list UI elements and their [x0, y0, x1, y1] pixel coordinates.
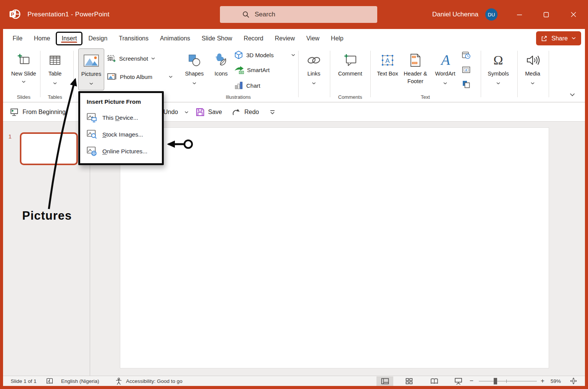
3d-models-button[interactable]: 3D Models [234, 48, 295, 62]
picture-search-icon [87, 130, 97, 140]
menu-item-online-pictures[interactable]: Online Pictures... [80, 143, 162, 160]
ribbon-tab-row: File Home Insert Design Transitions Anim… [3, 29, 585, 48]
insert-object-button[interactable] [460, 78, 472, 90]
tab-animations[interactable]: Animations [154, 35, 196, 42]
comment-button[interactable]: Comment [334, 48, 366, 90]
smartart-icon [234, 66, 244, 74]
accessibility-button[interactable] [115, 376, 122, 386]
minimize-button[interactable] [510, 0, 528, 29]
qat-overflow-button[interactable] [270, 103, 275, 122]
table-button[interactable]: Table [43, 48, 67, 90]
group-label-text: Text [408, 94, 443, 100]
tab-insert[interactable]: Insert [56, 32, 82, 45]
group-divider [73, 51, 74, 97]
shapes-button[interactable]: Shapes [183, 48, 206, 90]
links-label: Links [307, 70, 320, 78]
new-slide-button[interactable]: New Slide [11, 48, 37, 90]
spell-check-button[interactable] [46, 376, 53, 386]
tab-record[interactable]: Record [238, 35, 269, 42]
reading-view-icon [430, 378, 438, 384]
reading-view-button[interactable] [426, 376, 443, 386]
minimize-icon [517, 12, 522, 18]
tab-design[interactable]: Design [82, 35, 113, 42]
zoom-level[interactable]: 59% [551, 376, 561, 386]
avatar[interactable]: DU [485, 8, 498, 21]
maximize-icon [543, 12, 549, 18]
collapse-ribbon-button[interactable] [570, 91, 575, 98]
chart-button[interactable]: Chart [234, 79, 260, 92]
from-beginning-button[interactable]: From Beginning [10, 103, 66, 122]
redo-button[interactable]: Redo [231, 103, 259, 122]
zoom-slider-thumb[interactable] [494, 378, 497, 384]
slide-show-button[interactable] [450, 376, 467, 386]
tab-help[interactable]: Help [325, 35, 349, 42]
group-divider [481, 51, 481, 97]
svg-text:#: # [465, 68, 467, 72]
wordart-button[interactable]: A WordArt [433, 48, 457, 90]
icons-label: Icons [215, 70, 228, 78]
slide-editing-area[interactable] [120, 128, 549, 368]
pictures-icon [83, 52, 99, 69]
tab-review[interactable]: Review [269, 35, 300, 42]
screenshot-button[interactable]: Screenshot [107, 51, 155, 65]
shapes-icon [188, 51, 201, 69]
chevron-down-icon [184, 111, 189, 114]
dropdown-title: Insert Picture From [80, 97, 162, 109]
mnemonic: O [102, 148, 107, 154]
fit-slide-button[interactable] [570, 376, 577, 386]
save-button[interactable]: Save [195, 103, 222, 122]
slide-number-button[interactable]: # [460, 64, 472, 76]
group-label-illustrations: Illustrations [217, 94, 260, 100]
zoom-in-button[interactable]: + [541, 376, 544, 386]
date-time-icon [462, 51, 471, 60]
slide-indicator: Slide 1 of 1 [11, 376, 37, 386]
text-box-button[interactable]: A Text Box [376, 48, 399, 90]
chevron-down-icon [496, 82, 500, 85]
pictures-button[interactable]: Pictures [78, 48, 104, 90]
menu-item-this-device[interactable]: This Device... [80, 109, 162, 126]
maximize-button[interactable] [537, 0, 555, 29]
header-footer-button[interactable]: Header & Footer [401, 48, 430, 90]
zoom-out-button[interactable]: − [470, 376, 473, 386]
language-button[interactable]: English (Nigeria) [61, 376, 99, 386]
normal-view-button[interactable] [376, 376, 393, 386]
icons-button[interactable]: Icons [209, 48, 233, 90]
tab-transitions[interactable]: Transitions [113, 35, 154, 42]
links-button[interactable]: Links [303, 48, 325, 90]
chevron-down-icon [192, 82, 196, 85]
zoom-slider-track[interactable] [479, 381, 537, 381]
tab-slide-show[interactable]: Slide Show [196, 35, 238, 42]
chevron-down-icon [572, 37, 576, 40]
account-name[interactable]: Daniel Uchenna [432, 0, 478, 29]
slide-sorter-view-button[interactable] [401, 376, 417, 386]
share-label: Share [551, 35, 568, 42]
tab-home[interactable]: Home [28, 35, 56, 42]
date-time-button[interactable] [460, 49, 472, 61]
redo-icon [231, 108, 241, 117]
media-button[interactable]: Media [519, 48, 546, 90]
photo-album-label: Photo Album [120, 74, 152, 80]
screenshot-icon [107, 54, 116, 63]
tab-view[interactable]: View [300, 35, 325, 42]
chart-icon [234, 81, 243, 90]
close-button[interactable] [565, 0, 582, 29]
comment-label: Comment [338, 70, 362, 78]
share-button[interactable]: Share [536, 31, 581, 45]
search-input[interactable]: Search [220, 6, 377, 23]
screenshot-label: Screenshot [119, 55, 148, 62]
duck-leaf-icon [214, 51, 228, 69]
chevron-down-icon [570, 93, 575, 96]
wordart-icon: A [438, 51, 453, 69]
symbols-button[interactable]: Ω Symbols [485, 48, 512, 90]
photo-album-button[interactable]: Photo Album [107, 70, 173, 84]
svg-text:A: A [440, 53, 450, 68]
slide-thumbnail[interactable] [20, 132, 78, 165]
smartart-button[interactable]: SmartArt [234, 63, 270, 77]
chevron-down-icon [169, 76, 173, 78]
menu-item-stock-images[interactable]: Stock Images... [80, 126, 162, 143]
undo-button[interactable]: Undo [163, 103, 189, 122]
accessibility-status[interactable]: Accessibility: Good to go [126, 376, 183, 386]
share-icon [541, 35, 548, 42]
tab-file[interactable]: File [7, 35, 28, 42]
slide-thumbnail-panel: 1 [3, 122, 90, 376]
